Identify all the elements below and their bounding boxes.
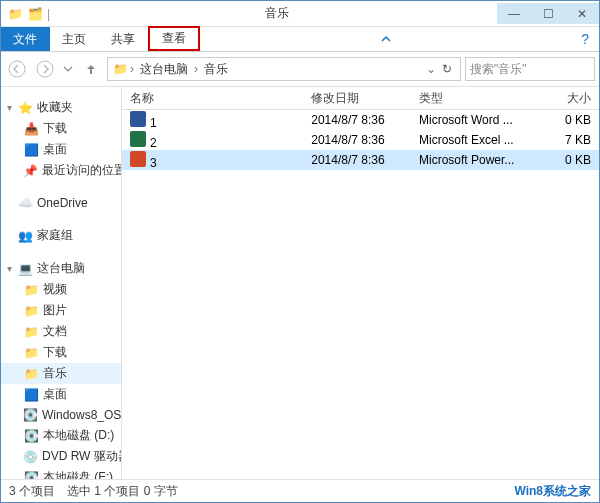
- tab-home[interactable]: 主页: [50, 27, 99, 51]
- tree-label: 这台电脑: [37, 260, 85, 277]
- file-name: 2: [150, 136, 157, 150]
- ribbon-tabs: 文件 主页 共享 查看 ?: [1, 27, 599, 52]
- tree-item[interactable]: 🟦桌面: [1, 139, 121, 160]
- recent-locations-button[interactable]: [61, 57, 75, 81]
- tree-label: OneDrive: [37, 196, 88, 210]
- item-icon: 📌: [23, 163, 38, 179]
- file-type: Microsoft Power...: [411, 153, 528, 167]
- file-rows[interactable]: 12014/8/7 8:36Microsoft Word ...0 KB2201…: [122, 110, 599, 479]
- computer-icon: 💻: [17, 261, 33, 277]
- help-button[interactable]: ?: [571, 27, 599, 51]
- tree-item[interactable]: 🟦桌面: [1, 384, 121, 405]
- file-row[interactable]: 32014/8/7 8:36Microsoft Power...0 KB: [122, 150, 599, 170]
- tab-share[interactable]: 共享: [99, 27, 148, 51]
- item-icon: 📁: [23, 303, 39, 319]
- tab-view[interactable]: 查看: [148, 26, 200, 51]
- file-icon: [130, 151, 146, 167]
- col-type[interactable]: 类型: [411, 90, 528, 107]
- tree-item[interactable]: 📁音乐: [1, 363, 121, 384]
- item-icon: 💿: [23, 449, 38, 465]
- tree-item[interactable]: 📁文档: [1, 321, 121, 342]
- file-size: 0 KB: [528, 153, 599, 167]
- tree-item[interactable]: 📁下载: [1, 342, 121, 363]
- status-selection: 选中 1 个项目 0 字节: [67, 483, 178, 500]
- tree-item[interactable]: 💽Windows8_OS (C:): [1, 405, 121, 425]
- tree-item-label: 音乐: [43, 365, 67, 382]
- chevron-down-icon: ▾: [5, 102, 13, 113]
- file-size: 0 KB: [528, 113, 599, 127]
- refresh-button[interactable]: ↻: [438, 62, 456, 76]
- navigation-tree[interactable]: ▾ ⭐ 收藏夹 📥下载🟦桌面📌最近访问的位置 ☁️ OneDrive 👥 家庭组…: [1, 87, 122, 479]
- item-icon: 📁: [23, 282, 39, 298]
- tree-label: 收藏夹: [37, 99, 73, 116]
- location-icon: 📁: [112, 61, 128, 77]
- col-date[interactable]: 修改日期: [303, 90, 411, 107]
- tree-item-label: Windows8_OS (C:): [42, 408, 122, 422]
- file-name: 1: [150, 116, 157, 130]
- dropdown-icon[interactable]: ⌄: [426, 62, 436, 76]
- navigation-bar: 📁 › 这台电脑 › 音乐 ⌄ ↻ 搜索"音乐": [1, 52, 599, 87]
- tree-item[interactable]: 📁视频: [1, 279, 121, 300]
- tree-item-label: 本地磁盘 (D:): [43, 427, 114, 444]
- column-headers: 名称 修改日期 类型 大小: [122, 87, 599, 110]
- address-bar[interactable]: 📁 › 这台电脑 › 音乐 ⌄ ↻: [107, 57, 461, 81]
- star-icon: ⭐: [17, 100, 33, 116]
- tree-item-label: 本地磁盘 (F:): [43, 469, 113, 479]
- tree-item[interactable]: 📌最近访问的位置: [1, 160, 121, 181]
- file-icon: [130, 131, 146, 147]
- tree-item[interactable]: 💽本地磁盘 (F:): [1, 467, 121, 479]
- file-row[interactable]: 22014/8/7 8:36Microsoft Excel ...7 KB: [122, 130, 599, 150]
- app-icon: 🗂️: [27, 6, 43, 22]
- quick-access-toolbar: 📁 🗂️ |: [1, 6, 56, 22]
- search-box[interactable]: 搜索"音乐": [465, 57, 595, 81]
- chevron-down-icon: ▾: [5, 263, 13, 274]
- tree-onedrive[interactable]: ☁️ OneDrive: [1, 189, 121, 213]
- col-size[interactable]: 大小: [528, 90, 599, 107]
- maximize-button[interactable]: ☐: [531, 3, 565, 24]
- breadcrumb-thispc[interactable]: 这台电脑: [136, 61, 192, 78]
- tree-item[interactable]: 📥下载: [1, 118, 121, 139]
- minimize-button[interactable]: —: [497, 3, 531, 24]
- item-icon: 🟦: [23, 387, 39, 403]
- tree-item-label: DVD RW 驱动器 (E:): [42, 448, 122, 465]
- item-icon: 📁: [23, 324, 39, 340]
- breadcrumb-music[interactable]: 音乐: [200, 61, 232, 78]
- tree-item-label: 文档: [43, 323, 67, 340]
- ribbon-toggle-icon[interactable]: [369, 27, 403, 51]
- up-button[interactable]: [79, 57, 103, 81]
- tree-item-label: 下载: [43, 120, 67, 137]
- tree-item-label: 视频: [43, 281, 67, 298]
- titlebar: 📁 🗂️ | 音乐 — ☐ ✕: [1, 1, 599, 27]
- item-icon: 💽: [23, 428, 39, 444]
- tab-file[interactable]: 文件: [1, 27, 50, 51]
- tree-item[interactable]: 💿DVD RW 驱动器 (E:): [1, 446, 121, 467]
- homegroup-icon: 👥: [17, 228, 33, 244]
- tree-favorites[interactable]: ▾ ⭐ 收藏夹: [1, 93, 121, 118]
- file-date: 2014/8/7 8:36: [303, 113, 411, 127]
- item-icon: 📥: [23, 121, 39, 137]
- tree-homegroup[interactable]: 👥 家庭组: [1, 221, 121, 246]
- tree-item[interactable]: 📁图片: [1, 300, 121, 321]
- qat-separator: |: [47, 7, 50, 21]
- close-button[interactable]: ✕: [565, 3, 599, 24]
- tree-item-label: 桌面: [43, 141, 67, 158]
- svg-point-1: [37, 61, 53, 77]
- tree-item[interactable]: 💽本地磁盘 (D:): [1, 425, 121, 446]
- forward-button[interactable]: [33, 57, 57, 81]
- tree-item-label: 最近访问的位置: [42, 162, 122, 179]
- explorer-window: 📁 🗂️ | 音乐 — ☐ ✕ 文件 主页 共享 查看 ?: [0, 0, 600, 503]
- window-buttons: — ☐ ✕: [497, 3, 599, 24]
- file-date: 2014/8/7 8:36: [303, 133, 411, 147]
- item-icon: 🟦: [23, 142, 39, 158]
- tree-item-label: 图片: [43, 302, 67, 319]
- tree-item-label: 桌面: [43, 386, 67, 403]
- back-button[interactable]: [5, 57, 29, 81]
- chevron-right-icon: ›: [130, 62, 134, 76]
- item-icon: 💽: [23, 407, 38, 423]
- col-name[interactable]: 名称: [122, 90, 303, 107]
- status-bar: 3 个项目 选中 1 个项目 0 字节 Win8系统之家: [1, 479, 599, 502]
- folder-icon: 📁: [7, 6, 23, 22]
- file-row[interactable]: 12014/8/7 8:36Microsoft Word ...0 KB: [122, 110, 599, 130]
- file-size: 7 KB: [528, 133, 599, 147]
- tree-thispc[interactable]: ▾ 💻 这台电脑: [1, 254, 121, 279]
